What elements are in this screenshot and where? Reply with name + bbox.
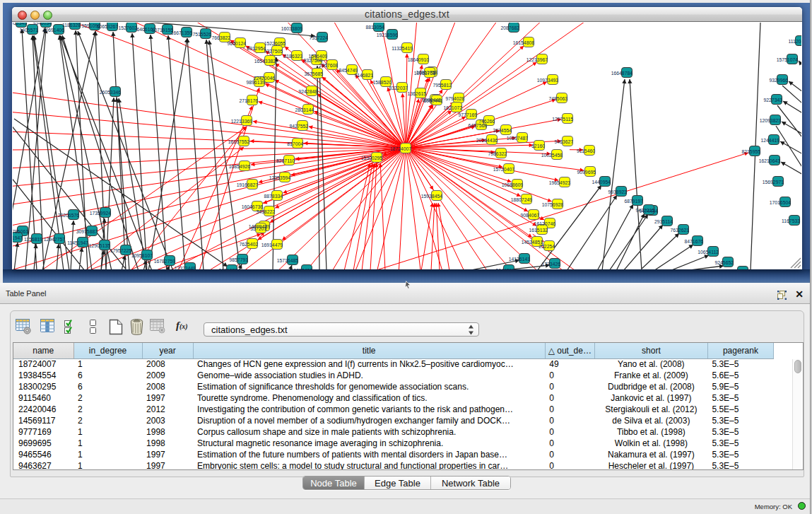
svg-text:17016504: 17016504 (770, 200, 791, 205)
svg-text:16107552: 16107552 (228, 139, 249, 144)
svg-text:9644302: 9644302 (496, 268, 515, 269)
svg-text:9099695: 9099695 (577, 170, 596, 175)
svg-text:14136141: 14136141 (509, 257, 530, 262)
svg-text:16046736: 16046736 (242, 204, 263, 209)
svg-text:8186323: 8186323 (284, 54, 303, 59)
svg-text:252254: 252254 (539, 244, 555, 249)
svg-text:17957225: 17957225 (110, 248, 131, 253)
svg-text:2718176: 2718176 (240, 98, 259, 103)
svg-text:62160: 62160 (531, 144, 545, 148)
svg-text:1362615: 1362615 (408, 91, 427, 96)
svg-text:10025458: 10025458 (541, 153, 563, 158)
svg-text:20364436: 20364436 (476, 138, 498, 143)
svg-text:8427552: 8427552 (290, 124, 309, 129)
svg-text:16543382: 16543382 (254, 59, 276, 64)
svg-text:9472215: 9472215 (636, 208, 655, 213)
svg-text:9857791: 9857791 (230, 257, 249, 262)
svg-text:12213369: 12213369 (231, 119, 252, 124)
svg-text:3675685: 3675685 (305, 71, 324, 76)
svg-text:19166827: 19166827 (237, 182, 258, 187)
svg-text:8454749: 8454749 (339, 68, 358, 73)
svg-text:12213967: 12213967 (526, 57, 548, 62)
svg-text:19654923: 19654923 (549, 180, 570, 185)
svg-text:7955812: 7955812 (433, 83, 452, 88)
svg-text:19218596: 19218596 (377, 33, 398, 37)
svg-text:15720407: 15720407 (493, 167, 514, 172)
svg-text:1112049: 1112049 (789, 39, 801, 44)
svg-text:1440954: 1440954 (592, 180, 611, 185)
svg-text:7515526: 7515526 (193, 32, 212, 37)
svg-text:9253406: 9253406 (294, 268, 313, 269)
svg-text:16154808: 16154808 (513, 40, 534, 45)
svg-text:1527602: 1527602 (119, 25, 138, 30)
svg-text:8990441: 8990441 (424, 98, 443, 103)
svg-text:8813054: 8813054 (366, 25, 385, 30)
svg-text:10653267: 10653267 (97, 24, 118, 29)
svg-text:1621072: 1621072 (444, 105, 463, 110)
svg-text:9896139: 9896139 (247, 80, 266, 85)
svg-text:7357224: 7357224 (310, 35, 329, 40)
svg-text:9938923: 9938923 (608, 189, 628, 194)
svg-text:1244419: 1244419 (761, 138, 780, 143)
svg-text:12905135: 12905135 (89, 243, 110, 248)
svg-text:8091037: 8091037 (219, 268, 238, 269)
svg-text:9242848: 9242848 (299, 89, 318, 94)
svg-text:26053346: 26053346 (100, 90, 121, 95)
svg-text:9084067: 9084067 (521, 213, 540, 218)
svg-text:1156819: 1156819 (24, 237, 42, 242)
svg-text:10688609: 10688609 (502, 182, 523, 187)
svg-text:8215955: 8215955 (742, 149, 761, 154)
svg-text:20206576: 20206576 (58, 213, 79, 218)
svg-text:1785061: 1785061 (13, 229, 28, 234)
svg-text:3911947: 3911947 (13, 235, 23, 240)
svg-text:9245652: 9245652 (715, 260, 734, 265)
svg-text:9227343: 9227343 (764, 98, 783, 103)
svg-text:7986322: 7986322 (488, 151, 507, 156)
svg-text:2087682: 2087682 (501, 25, 520, 30)
svg-text:17359924: 17359924 (90, 211, 111, 216)
svg-text:15751074: 15751074 (777, 57, 798, 62)
svg-text:18807249: 18807249 (511, 197, 532, 202)
svg-text:3498222: 3498222 (257, 209, 276, 214)
svg-text:30975887: 30975887 (76, 229, 98, 234)
svg-text:10719155: 10719155 (152, 28, 173, 33)
svg-text:15716485: 15716485 (277, 258, 298, 263)
svg-text:6879197: 6879197 (625, 199, 644, 204)
svg-text:9463627: 9463627 (555, 139, 574, 144)
svg-text:9115460: 9115460 (577, 148, 595, 153)
svg-text:16033809: 16033809 (281, 26, 302, 31)
svg-text:3624554: 3624554 (493, 128, 512, 133)
svg-text:1733426: 1733426 (542, 262, 561, 267)
svg-text:1405571: 1405571 (20, 28, 39, 33)
svg-text:16120746: 16120746 (534, 221, 555, 226)
svg-text:7632621: 7632621 (671, 228, 690, 233)
svg-text:6497568: 6497568 (469, 123, 488, 128)
svg-text:1615132: 1615132 (529, 228, 548, 233)
svg-text:7485063: 7485063 (549, 96, 568, 101)
svg-text:15226055: 15226055 (264, 41, 286, 46)
svg-text:10961758: 10961758 (414, 71, 435, 76)
svg-text:10973493: 10973493 (537, 78, 558, 83)
svg-text:18640910: 18640910 (408, 57, 429, 62)
svg-text:9146821: 9146821 (355, 73, 374, 78)
svg-text:12942757: 12942757 (44, 237, 65, 242)
svg-text:10958107: 10958107 (131, 253, 153, 258)
svg-text:11325419: 11325419 (392, 46, 413, 51)
svg-text:817004: 817004 (287, 141, 303, 146)
svg-text:1588520: 1588520 (373, 80, 392, 85)
svg-text:9660124: 9660124 (228, 41, 247, 46)
svg-text:9794028: 9794028 (446, 96, 465, 101)
svg-text:8878334: 8878334 (264, 194, 283, 199)
svg-text:357201: 357201 (250, 226, 266, 231)
svg-text:16914479: 16914479 (261, 243, 283, 247)
svg-text:1546409: 1546409 (309, 54, 328, 59)
svg-text:9346034: 9346034 (33, 23, 52, 25)
svg-text:9327505: 9327505 (264, 49, 283, 54)
svg-text:7663822: 7663822 (212, 35, 231, 40)
svg-text:16210643: 16210643 (759, 158, 780, 163)
svg-text:2803144: 2803144 (295, 107, 314, 112)
svg-text:9327508: 9327508 (304, 58, 323, 63)
svg-text:12353594: 12353594 (269, 175, 290, 180)
svg-text:15692971: 15692971 (763, 180, 784, 185)
svg-text:1186328: 1186328 (62, 23, 81, 28)
